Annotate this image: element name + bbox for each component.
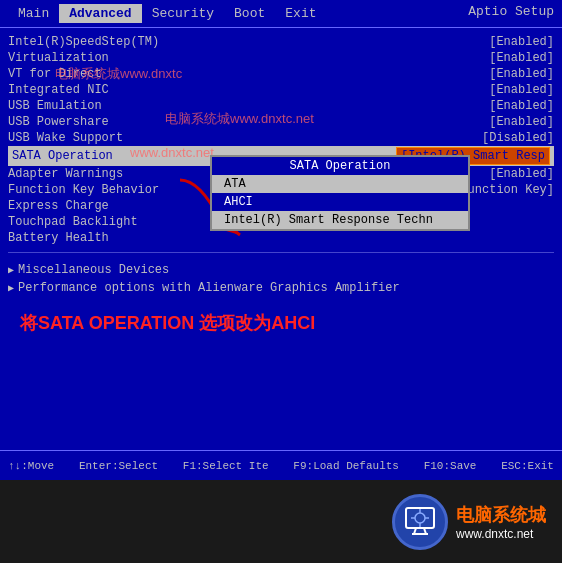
divider <box>8 252 554 253</box>
settings-list: Intel(R)SpeedStep(TM) [Enabled] Virtuali… <box>8 34 554 444</box>
aptio-title: Aptio Setup <box>468 4 554 19</box>
brand-url-text: www.dnxtc.net <box>456 527 533 541</box>
arrow-right-icon2: ▶ <box>8 282 14 294</box>
svg-point-5 <box>415 513 425 523</box>
misc-section: ▶ Miscellaneous Devices ▶ Performance op… <box>8 261 554 297</box>
dropdown-title: SATA Operation <box>212 157 468 175</box>
footer-f10: F10:Save <box>424 460 477 472</box>
menu-item-exit[interactable]: Exit <box>275 4 326 23</box>
footer-esc: ESC:Exit <box>501 460 554 472</box>
brand-circle-icon <box>392 494 448 550</box>
setting-speedstep[interactable]: Intel(R)SpeedStep(TM) [Enabled] <box>8 34 554 50</box>
misc-devices[interactable]: ▶ Miscellaneous Devices <box>8 261 554 279</box>
brand-text-group: 电脑系统城 www.dnxtc.net <box>456 503 546 541</box>
bios-menu: Main Advanced Security Boot Exit <box>8 4 327 23</box>
dropdown-item-smart-response[interactable]: Intel(R) Smart Response Techn <box>212 211 468 229</box>
setting-integrated-nic[interactable]: Integrated NIC [Enabled] <box>8 82 554 98</box>
monitor-svg <box>402 504 438 540</box>
bios-header: Main Advanced Security Boot Exit Aptio S… <box>0 0 562 28</box>
misc-performance[interactable]: ▶ Performance options with Alienware Gra… <box>8 279 554 297</box>
footer-f9: F9:Load Defaults <box>293 460 399 472</box>
bios-screen: Main Advanced Security Boot Exit Aptio S… <box>0 0 562 480</box>
menu-item-main[interactable]: Main <box>8 4 59 23</box>
footer-move: ↑↓:Move <box>8 460 54 472</box>
arrow-right-icon: ▶ <box>8 264 14 276</box>
dropdown-item-ata[interactable]: ATA <box>212 175 468 193</box>
brand-name-text: 电脑系统城 <box>456 503 546 527</box>
menu-item-boot[interactable]: Boot <box>224 4 275 23</box>
menu-item-advanced[interactable]: Advanced <box>59 4 141 23</box>
dropdown-item-ahci[interactable]: AHCI <box>212 193 468 211</box>
chinese-instruction: 将SATA OPERATION 选项改为AHCI <box>20 311 315 335</box>
setting-vt-direct[interactable]: VT for Direct [Enabled] <box>8 66 554 82</box>
sata-dropdown: SATA Operation ATA AHCI Intel(R) Smart R… <box>210 155 470 231</box>
bios-content: Intel(R)SpeedStep(TM) [Enabled] Virtuali… <box>0 28 562 450</box>
footer-f1: F1:Select Ite <box>183 460 269 472</box>
setting-virtualization[interactable]: Virtualization [Enabled] <box>8 50 554 66</box>
setting-usb-wake[interactable]: USB Wake Support [Disabled] <box>8 130 554 146</box>
menu-item-security[interactable]: Security <box>142 4 224 23</box>
setting-usb-powershare[interactable]: USB Powershare [Enabled] <box>8 114 554 130</box>
footer-enter: Enter:Select <box>79 460 158 472</box>
setting-battery-health[interactable]: Battery Health <box>8 230 554 246</box>
bios-footer: ↑↓:Move Enter:Select F1:Select Ite F9:Lo… <box>0 450 562 480</box>
setting-usb-emulation[interactable]: USB Emulation [Enabled] <box>8 98 554 114</box>
brand-logo: 电脑系统城 www.dnxtc.net <box>392 494 546 550</box>
bottom-bar: 电脑系统城 www.dnxtc.net <box>0 480 562 563</box>
